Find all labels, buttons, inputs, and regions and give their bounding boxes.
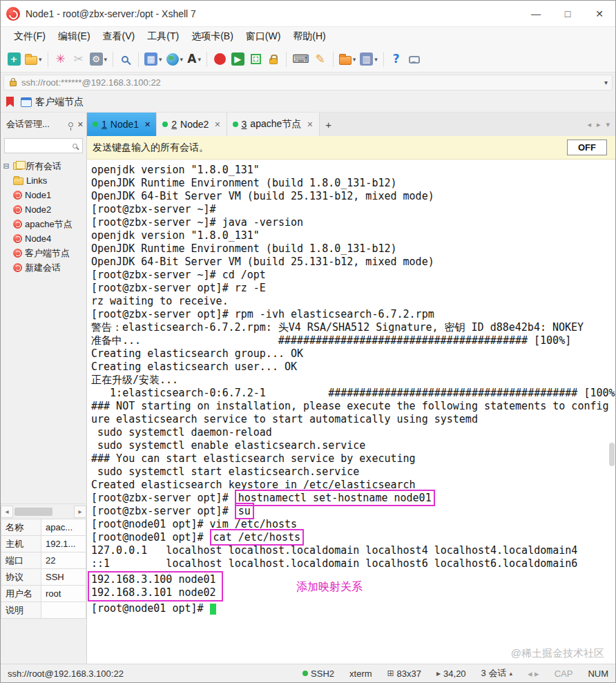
minimize-button[interactable]: — (520, 1, 552, 26)
highlight-pen-button[interactable]: ✎ (311, 50, 329, 69)
status-items: SSH2xterm⊞83x37▸34,203 会话▴◂ ▸CAPNUM (302, 667, 608, 680)
new-transfer-icon: ✳ (55, 52, 65, 66)
status-encryption[interactable]: SSH2 (302, 668, 334, 679)
address-bar[interactable]: ssh://root:******@192.168.3.100:22 ▾ (3, 75, 613, 90)
web-browser-button[interactable]: ▾ (164, 50, 186, 69)
bookmark-flag-icon[interactable] (6, 97, 14, 107)
sidebar-item-all-sessions[interactable]: ⊟所有会话 (1, 159, 86, 173)
virtual-keyboard-button[interactable]: ⌨ (290, 50, 311, 69)
sidebar-item-client-node[interactable]: 客户端节点 (1, 246, 86, 260)
close-button[interactable]: ✕ (584, 1, 615, 26)
panel-close-icon[interactable]: ✕ (77, 120, 84, 129)
menu-item-help[interactable]: 帮助(H) (287, 28, 331, 45)
watermark-text: @稀土掘金技术社区 (511, 646, 604, 660)
scrollbar-track[interactable] (13, 506, 74, 517)
lock-screen-icon (269, 58, 278, 64)
status-label: xterm (349, 668, 372, 679)
lock-screen-button[interactable] (264, 50, 282, 69)
new-session-button[interactable]: + (5, 50, 23, 69)
menu-item-tab[interactable]: 选项卡(B) (185, 28, 240, 45)
tab-close-icon[interactable]: ✕ (214, 120, 220, 129)
broadcast-off-button[interactable]: OFF (567, 140, 607, 155)
font-button[interactable]: A▾ (185, 50, 203, 69)
help-button[interactable]: ? (387, 50, 405, 69)
scroll-left-icon[interactable]: ◂ (1, 506, 13, 518)
disconnect-button[interactable]: ✂ (70, 50, 88, 69)
menu-item-view[interactable]: 查看(V) (97, 28, 142, 45)
terminal-text: [root@zbx-server ~]# cd /opt (91, 269, 266, 281)
terminal-text: ::1 localhost localhost.localdomain loca… (91, 557, 577, 570)
terminal-line: ::1 localhost localhost.localdomain loca… (91, 557, 615, 570)
new-tab-button[interactable]: + (320, 113, 338, 136)
tree-horizontal-scrollbar[interactable]: ◂ ▸ (1, 503, 86, 519)
terminal-line: [root@zbx-server opt]# rpm -ivh elastics… (91, 308, 615, 321)
terminal-line: [root@zbx-server opt]# hostnamectl set-h… (91, 492, 615, 505)
sidebar-item-node2[interactable]: Node2 (1, 202, 86, 217)
menu-item-tools[interactable]: 工具(T) (141, 28, 185, 45)
feedback-button[interactable] (405, 50, 423, 69)
sidebar-item-node4[interactable]: Node4 (1, 231, 86, 246)
terminal-line: [root@node01 opt]# (91, 602, 615, 615)
tab-nav-right-icon[interactable]: ▸ (597, 120, 601, 129)
tab-nav-left-icon[interactable]: ◂ (587, 120, 591, 129)
property-key: 端口 (1, 552, 41, 569)
layout-button[interactable]: ▥▾ (358, 50, 380, 69)
sidebar-item-new-session[interactable]: 新建会话 (1, 260, 86, 275)
scrollbar-thumb[interactable] (15, 508, 52, 516)
status-tab-scroll[interactable]: ◂ ▸ (528, 668, 539, 679)
menu-item-window[interactable]: 窗口(W) (240, 28, 287, 45)
terminal-line: [root@zbx-server ~]# cd /opt (91, 269, 615, 282)
tab-apache[interactable]: 3apache节点✕ (227, 113, 320, 136)
address-dropdown-icon[interactable]: ▾ (604, 79, 608, 86)
favorites-button[interactable] (211, 50, 229, 69)
tab-close-icon[interactable]: ✕ (144, 120, 151, 129)
terminal-line: openjdk version "1.8.0_131" (91, 229, 615, 242)
open-session-button[interactable]: ▾ (23, 50, 44, 69)
toolbar-separator (286, 52, 287, 67)
terminal[interactable]: @稀土掘金技术社区 openjdk version "1.8.0_131"Ope… (87, 160, 615, 664)
status-label: 3 会话 (481, 667, 507, 680)
execute-button[interactable]: ▶ (229, 50, 247, 69)
status-cursor-position: ▸34,20 (436, 668, 466, 679)
tab-list-icon[interactable]: ▾ (606, 120, 610, 129)
dropdown-caret-icon: ▾ (198, 56, 201, 63)
session-properties-button[interactable]: ⚙▾ (88, 50, 110, 69)
terminal-line: [root@zbx-server ~]# java -version (91, 216, 615, 229)
tab-close-icon[interactable]: ✕ (307, 120, 313, 129)
property-key: 协议 (1, 569, 41, 586)
bookmark-bar: 客户端节点 (1, 92, 615, 113)
terminal-text: 127.0.0.1 localhost localhost.localdomai… (91, 544, 577, 557)
sidebar-item-links[interactable]: Links (1, 173, 86, 188)
layout-icon: ▥ (360, 52, 373, 66)
new-transfer-button[interactable]: ✳ (52, 50, 70, 69)
find-button[interactable] (117, 50, 135, 69)
scroll-right-icon[interactable]: ▸ (74, 506, 86, 518)
status-terminal-type[interactable]: xterm (349, 668, 372, 679)
session-search-input[interactable] (8, 141, 73, 151)
sidebar-item-apache-node[interactable]: apache节点 (1, 217, 86, 231)
terminal-text: ### You can start elasticsearch service … (91, 452, 416, 465)
new-window-button[interactable]: ▦▾ (142, 50, 164, 69)
maximize-button[interactable]: □ (552, 1, 584, 26)
highlighted-command: hostnamectl set-hostname node01 (235, 490, 435, 506)
sidebar-item-node1[interactable]: Node1 (1, 188, 86, 202)
terminal-text: sudo systemctl start elasticsearch.servi… (91, 465, 359, 478)
status-session-count[interactable]: 3 会话▴ (481, 667, 512, 680)
pin-icon[interactable] (68, 122, 73, 127)
menu-item-edit[interactable]: 编辑(E) (52, 28, 97, 45)
terminal-line: 准备中... #################################… (91, 334, 615, 347)
terminal-line: sudo systemctl start elasticsearch.servi… (91, 465, 615, 479)
tab-node1[interactable]: 1Node1✕ (87, 113, 157, 136)
tab-node2[interactable]: 2Node2✕ (157, 113, 227, 136)
toolbar-separator (48, 52, 48, 67)
tree-item-label: Node2 (25, 204, 51, 215)
fullscreen-button[interactable] (247, 50, 264, 69)
terminal-scrollbar-thumb[interactable] (609, 443, 615, 466)
file-transfer-button[interactable]: ▾ (337, 50, 358, 69)
terminal-line: rz waiting to receive. (91, 295, 615, 308)
menu-item-file[interactable]: 文件(F) (8, 28, 52, 45)
tree-expander-icon[interactable]: ⊟ (2, 162, 10, 171)
property-value: apac... (41, 519, 86, 536)
bookmark-item[interactable]: 客户端节点 (35, 96, 84, 108)
status-caps-lock: CAP (555, 668, 573, 679)
